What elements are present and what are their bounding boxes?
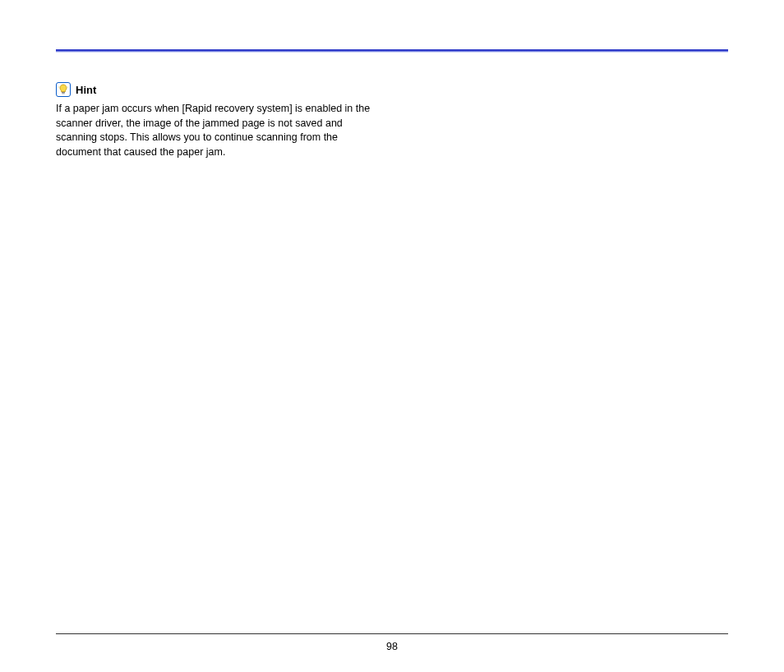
svg-rect-1 [62, 93, 64, 94]
hint-header: Hint [56, 82, 376, 97]
hint-label: Hint [76, 84, 96, 96]
top-horizontal-rule [56, 49, 728, 53]
content-column: Hint If a paper jam occurs when [Rapid r… [56, 82, 376, 159]
hint-body-text: If a paper jam occurs when [Rapid recove… [56, 102, 376, 159]
page-number: 98 [56, 641, 728, 652]
footer-horizontal-rule [56, 633, 728, 634]
lightbulb-icon [56, 82, 71, 97]
svg-rect-0 [62, 92, 65, 93]
page-footer: 98 [56, 633, 728, 652]
page-container: Hint If a paper jam occurs when [Rapid r… [0, 0, 784, 159]
